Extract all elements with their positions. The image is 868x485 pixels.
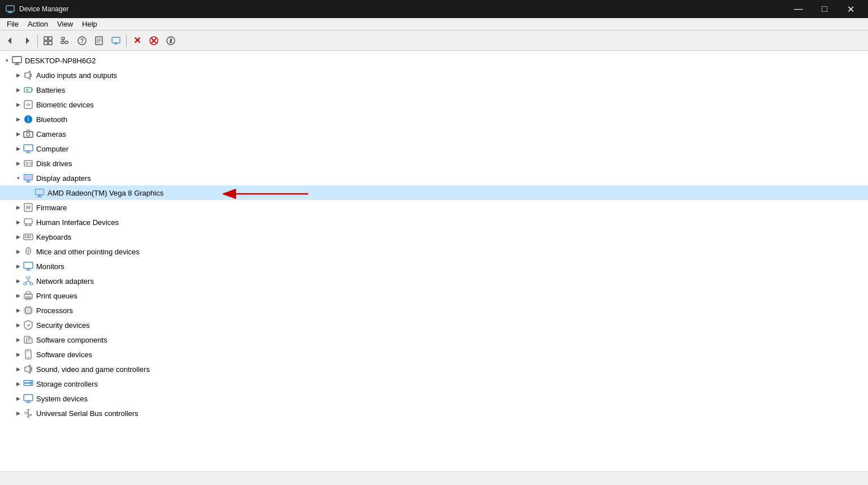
monitors-icon	[23, 261, 34, 272]
device-tree: ▾ DESKTOP-NP8H6G2 ▶ Audio inputs and	[0, 51, 868, 423]
tree-biometric[interactable]: ▶ Biometric devices	[0, 97, 868, 112]
biometric-icon	[23, 99, 34, 110]
keyboards-label: Keyboards	[36, 233, 71, 241]
display-icon	[23, 172, 34, 184]
tree-computer[interactable]: ▶ Computer	[0, 141, 868, 156]
tree-system[interactable]: ▶ System devices	[0, 391, 868, 406]
menu-file[interactable]: File	[2, 19, 23, 29]
svg-rect-101	[27, 309, 30, 312]
separator-1	[37, 34, 38, 47]
tree-disk[interactable]: ▶ Disk drives	[0, 156, 868, 171]
hid-icon	[23, 216, 34, 228]
software-components-label: Software components	[36, 336, 107, 344]
cameras-expander[interactable]: ▶	[14, 129, 23, 138]
biometric-label: Biometric devices	[36, 101, 94, 109]
tree-network[interactable]: ▶ Network adapters	[0, 274, 868, 288]
processors-expander[interactable]: ▶	[14, 306, 23, 315]
tree-root[interactable]: ▾ DESKTOP-NP8H6G2	[0, 53, 868, 68]
tree-monitors[interactable]: ▶ Monitors	[0, 259, 868, 274]
main-content[interactable]: ▾ DESKTOP-NP8H6G2 ▶ Audio inputs and	[0, 51, 868, 471]
tree-software-devices[interactable]: ▶ Software devices	[0, 347, 868, 362]
tree-audio[interactable]: ▶ Audio inputs and outputs	[0, 68, 868, 83]
system-expander[interactable]: ▶	[14, 394, 23, 403]
properties-button[interactable]	[91, 33, 107, 49]
update-driver-button[interactable]	[163, 33, 179, 49]
print-expander[interactable]: ▶	[14, 291, 23, 300]
security-icon	[23, 319, 34, 331]
tree-batteries[interactable]: ▶ Batteries	[0, 83, 868, 97]
tree-firmware[interactable]: ▶ Firmware	[0, 200, 868, 215]
menu-help[interactable]: Help	[77, 19, 102, 29]
scan-button[interactable]	[108, 33, 124, 49]
tree-keyboards[interactable]: ▶ Keyboards	[0, 229, 868, 244]
keyboards-expander[interactable]: ▶	[14, 232, 23, 241]
device-types-button[interactable]	[40, 33, 56, 49]
usb-icon	[23, 408, 34, 419]
status-bar	[0, 471, 868, 485]
tree-amd-radeon[interactable]: ▶ AMD Radeon(TM) Vega 8 Graphics	[0, 185, 868, 200]
tree-cameras[interactable]: ▶ Cameras	[0, 127, 868, 141]
software-components-expander[interactable]: ▶	[14, 335, 23, 344]
software-devices-expander[interactable]: ▶	[14, 350, 23, 359]
biometric-expander[interactable]: ▶	[14, 100, 23, 109]
svg-rect-80	[30, 237, 31, 238]
security-expander[interactable]: ▶	[14, 321, 23, 330]
display-expander[interactable]: ▾	[14, 174, 23, 183]
network-label: Network adapters	[36, 277, 94, 285]
tree-software-components[interactable]: ▶ Software components	[0, 332, 868, 347]
svg-rect-38	[32, 89, 33, 91]
svg-rect-76	[28, 235, 29, 236]
tree-sound[interactable]: ▶ Sound, video and game controllers	[0, 362, 868, 376]
batteries-expander[interactable]: ▶	[14, 85, 23, 94]
firmware-label: Firmware	[36, 203, 67, 212]
mice-expander[interactable]: ▶	[14, 247, 23, 256]
uninstall-button[interactable]	[146, 33, 162, 49]
disable-button[interactable]: ✕	[129, 33, 145, 49]
sound-icon	[23, 363, 34, 375]
root-expander[interactable]: ▾	[2, 56, 11, 65]
tree-display[interactable]: ▾ Display adapters	[0, 171, 868, 185]
menu-action[interactable]: Action	[23, 19, 53, 29]
tree-storage[interactable]: ▶ Storage controllers	[0, 376, 868, 391]
svg-rect-137	[30, 414, 32, 416]
bluetooth-expander[interactable]: ▶	[14, 115, 23, 124]
tree-hid[interactable]: ▶ Human Interface Devices	[0, 215, 868, 229]
maximize-button[interactable]: □	[811, 0, 837, 18]
close-button[interactable]: ✕	[837, 0, 863, 18]
tree-processors[interactable]: ▶ Proces	[0, 303, 868, 318]
svg-rect-77	[30, 235, 31, 236]
sound-expander[interactable]: ▶	[14, 365, 23, 374]
minimize-button[interactable]: —	[785, 0, 811, 18]
storage-expander[interactable]: ▶	[14, 379, 23, 388]
audio-expander[interactable]: ▶	[14, 71, 23, 80]
monitors-expander[interactable]: ▶	[14, 262, 23, 271]
tree-print[interactable]: ▶ Print queues	[0, 288, 868, 303]
svg-rect-32	[12, 57, 21, 63]
amd-label: AMD Radeon(TM) Vega 8 Graphics	[47, 189, 163, 197]
tree-security[interactable]: ▶ Security devices	[0, 318, 868, 332]
back-button[interactable]	[2, 33, 18, 49]
help-button[interactable]: ?	[74, 33, 90, 49]
app-icon	[5, 3, 16, 15]
tree-bluetooth[interactable]: ▶ ᛒ Bluetooth	[0, 112, 868, 127]
disk-icon	[23, 158, 34, 169]
hid-expander[interactable]: ▶	[14, 218, 23, 227]
usb-expander[interactable]: ▶	[14, 409, 23, 418]
firmware-expander[interactable]: ▶	[14, 203, 23, 212]
usb-label: Universal Serial Bus controllers	[36, 409, 139, 418]
forward-button[interactable]	[19, 33, 35, 49]
svg-rect-9	[62, 37, 64, 40]
hid-label: Human Interface Devices	[36, 218, 119, 227]
disk-expander[interactable]: ▶	[14, 159, 23, 168]
devices-by-connection-button[interactable]	[57, 33, 73, 49]
menu-view[interactable]: View	[53, 19, 77, 29]
computer-label: Computer	[36, 145, 68, 153]
svg-point-122	[28, 357, 29, 358]
network-expander[interactable]: ▶	[14, 276, 23, 285]
tree-mice[interactable]: ▶ Mice and other pointing devices	[0, 244, 868, 259]
window-title: Device Manager	[19, 5, 785, 13]
computer-expander[interactable]: ▶	[14, 144, 23, 153]
svg-rect-12	[65, 41, 68, 44]
tree-usb[interactable]: ▶ Universal Serial Bus controllers	[0, 406, 868, 421]
svg-point-126	[31, 381, 32, 382]
